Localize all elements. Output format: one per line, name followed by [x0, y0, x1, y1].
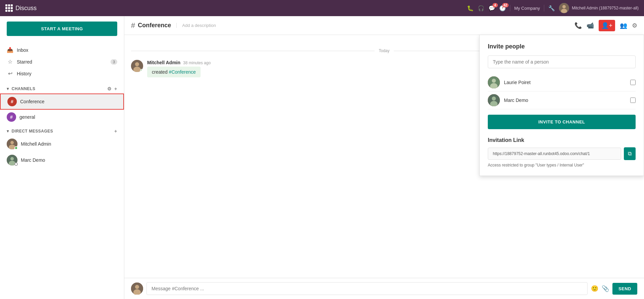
svg-point-1	[562, 5, 566, 8]
copy-link-button[interactable]: ⧉	[624, 147, 636, 160]
user-avatar	[559, 3, 569, 13]
group-icon[interactable]: 👥	[620, 22, 627, 29]
channel-item-conference[interactable]: # Conference	[0, 94, 124, 110]
gear-icon[interactable]: ⚙	[632, 22, 637, 29]
invite-person-row-marc: Marc Demo	[488, 91, 636, 109]
invite-person-name-marc: Marc Demo	[504, 98, 626, 103]
message-input[interactable]	[146, 282, 588, 295]
dm-section-header: ▾ DIRECT MESSAGES +	[0, 124, 124, 136]
message-author: Mitchell Admin	[147, 60, 180, 65]
channel-description: Add a description	[176, 23, 216, 28]
invitation-link-note: Access restricted to group "User types /…	[488, 163, 636, 167]
dm-toggle-icon[interactable]: ▾	[7, 129, 9, 134]
invite-person-row-laurie: Laurie Poiret	[488, 74, 636, 91]
dm-avatar-mitchell	[7, 139, 17, 149]
invite-to-channel-button[interactable]: INVITE TO CHANNEL	[488, 115, 636, 129]
history-icon: ↩	[7, 70, 13, 77]
inbox-icon: 📥	[7, 47, 13, 53]
message-time: 38 minutes ago	[183, 61, 211, 65]
video-icon[interactable]: 📹	[587, 22, 594, 29]
nav-separator	[510, 5, 510, 11]
main-content: # Conference Add a description 📞 📹 👤+ 👥 …	[124, 16, 644, 299]
emoji-icon[interactable]: 🙂	[591, 285, 598, 292]
dm-add-icon[interactable]: +	[114, 128, 117, 134]
company-name: My Company	[514, 6, 540, 11]
starred-badge: 3	[111, 59, 117, 65]
app-logo[interactable]: Discuss	[5, 4, 37, 12]
invite-person-name-laurie: Laurie Poiret	[504, 80, 626, 85]
dm-avatar-marc	[7, 155, 17, 165]
offline-status-dot	[14, 162, 18, 166]
headset-icon[interactable]: 🎧	[478, 5, 484, 11]
svg-point-16	[492, 79, 496, 83]
channels-section-header: ▾ CHANNELS ⚙ +	[0, 82, 124, 94]
channel-conference-label: Conference	[20, 99, 44, 104]
channels-add-icon[interactable]: +	[114, 86, 117, 91]
invite-avatar-marc	[488, 94, 500, 106]
message-bubble: created #Conference	[147, 67, 201, 77]
grid-icon	[5, 4, 13, 12]
add-person-icon[interactable]: 👤+	[599, 20, 615, 31]
channel-hash-icon-conference: #	[7, 97, 17, 106]
user-name: Mitchell Admin (18879752-master-all)	[572, 6, 639, 10]
activity-icon[interactable]: 🕐 42	[499, 5, 506, 11]
app-title: Discuss	[15, 5, 37, 12]
send-button[interactable]: SEND	[612, 283, 637, 295]
phone-icon[interactable]: 📞	[574, 22, 582, 29]
channels-settings-icon[interactable]: ⚙	[107, 86, 112, 91]
nav-separator-2	[544, 5, 544, 11]
today-label: Today	[379, 48, 389, 53]
start-meeting-section: START A MEETING	[0, 16, 124, 41]
message-avatar-mitchell	[131, 60, 143, 72]
message-link[interactable]: #Conference	[169, 69, 196, 75]
user-menu[interactable]: Mitchell Admin (18879752-master-all)	[559, 3, 639, 13]
bug-icon[interactable]: 🐛	[467, 5, 474, 11]
sidebar-item-inbox[interactable]: 📥 Inbox	[0, 44, 124, 56]
invite-search-input[interactable]	[488, 55, 636, 68]
channel-hash-icon-general: #	[7, 112, 16, 122]
chat-icon[interactable]: 💬 4	[488, 5, 495, 11]
message-online-dot	[140, 69, 143, 72]
online-status-dot	[14, 146, 18, 150]
invite-panel-title: Invite people	[488, 43, 636, 50]
sidebar: START A MEETING 📥 Inbox ☆ Starred 3 ↩ Hi…	[0, 16, 124, 299]
sidebar-item-starred[interactable]: ☆ Starred 3	[0, 56, 124, 68]
starred-label: Starred	[17, 59, 32, 65]
settings-icon[interactable]: 🔧	[548, 5, 555, 11]
invitation-link-title: Invitation Link	[488, 137, 636, 143]
channel-general-label: general	[19, 114, 35, 120]
channels-toggle-icon[interactable]: ▾	[7, 86, 9, 91]
attachment-icon[interactable]: 📎	[602, 285, 609, 292]
message-input-area: 🙂 📎 SEND	[124, 278, 644, 299]
input-avatar	[131, 283, 143, 295]
channel-name: Conference	[138, 22, 171, 29]
message-input-icons: 🙂 📎	[591, 285, 609, 292]
history-label: History	[17, 71, 32, 76]
invitation-link-row: ⧉	[488, 147, 636, 160]
invitation-link-input[interactable]	[488, 148, 621, 160]
svg-point-13	[135, 285, 139, 289]
sidebar-item-history[interactable]: ↩ History	[0, 68, 124, 79]
invite-checkbox-marc[interactable]	[630, 98, 636, 103]
svg-point-7	[10, 157, 14, 160]
star-icon: ☆	[7, 59, 13, 65]
inbox-label: Inbox	[17, 47, 28, 53]
invite-panel: Invite people Laurie Poiret	[479, 35, 644, 176]
channel-header: # Conference Add a description 📞 📹 👤+ 👥 …	[124, 16, 644, 35]
dm-mitchell-label: Mitchell Admin	[21, 141, 51, 147]
svg-point-10	[135, 62, 139, 66]
top-navigation: Discuss 🐛 🎧 💬 4 🕐 42 My Company 🔧 Mitc	[0, 0, 644, 16]
channel-item-general[interactable]: # general	[0, 110, 124, 124]
channel-header-actions: 📞 📹 👤+ 👥 ⚙	[574, 20, 637, 31]
dm-item-mitchell[interactable]: Mitchell Admin	[0, 136, 124, 152]
dm-item-marc[interactable]: Marc Demo	[0, 152, 124, 168]
invite-checkbox-laurie[interactable]	[630, 80, 636, 85]
channels-section-label: CHANNELS	[12, 86, 36, 91]
channel-hash-symbol: #	[131, 21, 135, 30]
activity-badge: 42	[502, 3, 509, 7]
message-text: created	[152, 69, 169, 75]
start-meeting-button[interactable]: START A MEETING	[7, 22, 117, 36]
dm-section-label: DIRECT MESSAGES	[12, 129, 53, 134]
svg-point-4	[10, 141, 14, 144]
dm-marc-label: Marc Demo	[21, 157, 45, 163]
